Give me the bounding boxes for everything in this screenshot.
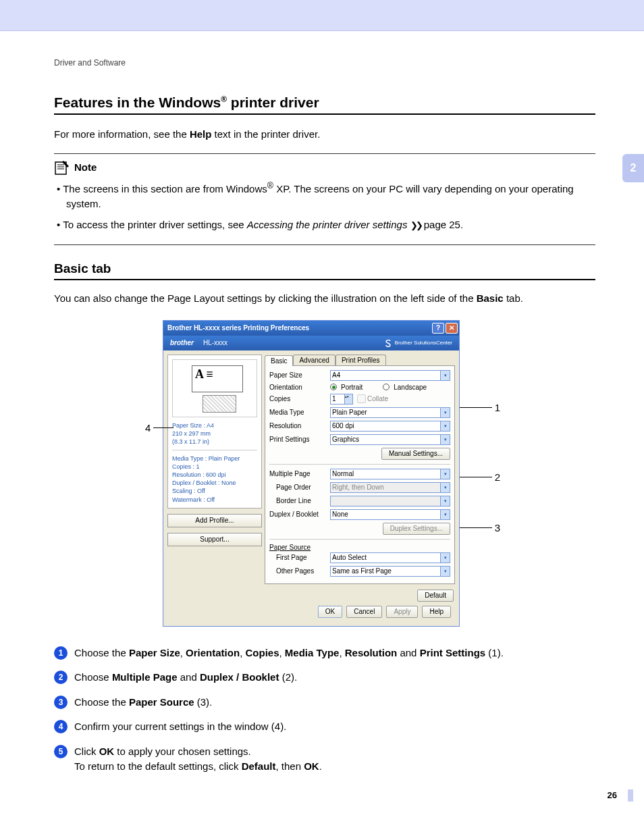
subsection-intro: You can also change the Page Layout sett… [54, 291, 595, 307]
subsection-heading: Basic tab [54, 261, 595, 280]
tab-strip: Basic Advanced Print Profiles [265, 355, 455, 365]
step-5: Click OK to apply your chosen settings.T… [74, 744, 322, 775]
chevron-down-icon: ▾ [440, 421, 450, 431]
label-page-order: Page Order [269, 484, 330, 491]
step-3: Choose the Paper Source (3). [74, 695, 212, 710]
radio-landscape-label: Landscape [394, 384, 427, 391]
step-bullet-1: 1 [54, 646, 68, 660]
duplex-settings-button[interactable]: Duplex Settings... [383, 523, 450, 535]
chevron-down-icon: ▾ [440, 371, 450, 380]
page-content: Driver and Software Features in the Wind… [0, 31, 644, 811]
top-band [0, 0, 644, 31]
ok-button[interactable]: OK [318, 606, 342, 618]
close-button[interactable]: ✕ [446, 323, 458, 334]
summary-copies: Copies : 1 [172, 463, 257, 471]
preview-illustration[interactable]: A ≡ [172, 359, 257, 417]
page-number: 26 [608, 790, 617, 800]
summary-scaling: Scaling : Off [172, 487, 257, 495]
chevron-right-icon: ❯❯ [410, 220, 421, 230]
summary-watermark: Watermark : Off [172, 496, 257, 504]
callout-3: 3 [495, 522, 500, 533]
add-profile-button[interactable]: Add Profile... [167, 514, 262, 527]
brand-bar: brother HL-xxxx Brother SolutionsCenter [163, 336, 459, 350]
note-icon [54, 159, 70, 176]
default-button[interactable]: Default [417, 590, 454, 602]
chevron-down-icon: ▾ [440, 483, 450, 492]
select-print-settings[interactable]: Graphics▾ [330, 434, 450, 445]
dialog-container: 4 1 2 3 Brother HL-xxxx series Printing … [163, 320, 487, 627]
model-name: HL-xxxx [203, 339, 227, 346]
label-paper-size: Paper Size [269, 371, 330, 379]
summary-media: Media Type : Plain Paper [172, 454, 257, 463]
titlebar: Brother HL-xxxx series Printing Preferen… [163, 321, 459, 336]
chevron-down-icon: ▾ [440, 496, 450, 506]
chevron-down-icon: ▾ [440, 510, 450, 519]
note-label: Note [74, 161, 97, 173]
label-paper-source: Paper Source [269, 544, 450, 551]
summary-resolution: Resolution : 600 dpi [172, 471, 257, 479]
note-item-2: To access the printer driver settings, s… [66, 217, 595, 233]
tab-body-basic: Paper Size A4▾ Orientation Portrait Land… [265, 365, 455, 584]
label-first-page: First Page [269, 554, 330, 561]
select-first-page[interactable]: Auto Select▾ [330, 552, 450, 563]
intro-paragraph: For more information, see the Help text … [54, 127, 595, 142]
help-button[interactable]: ? [432, 323, 444, 334]
summary-duplex: Duplex / Booklet : None [172, 479, 257, 487]
select-other-pages[interactable]: Same as First Page▾ [330, 566, 450, 577]
copies-input[interactable] [330, 394, 345, 405]
select-media-type[interactable]: Plain Paper▾ [330, 407, 450, 418]
summary-dim-in: (8.3 x 11.7 in) [172, 438, 257, 446]
note-item-1: The screens in this section are from Win… [66, 180, 595, 212]
step-4: Confirm your current settings in the win… [74, 719, 286, 735]
tab-advanced[interactable]: Advanced [293, 355, 335, 365]
s-icon [384, 339, 392, 347]
chevron-down-icon: ▾ [440, 408, 450, 417]
step-list: 1Choose the Paper Size, Orientation, Cop… [54, 646, 595, 775]
step-2: Choose Multiple Page and Duplex / Bookle… [74, 670, 297, 685]
titlebar-text: Brother HL-xxxx series Printing Preferen… [167, 324, 431, 332]
select-multiple-page[interactable]: Normal▾ [330, 469, 450, 479]
apply-button[interactable]: Apply [386, 606, 418, 618]
spinner-updown-icon[interactable]: ▴▾ [345, 394, 353, 405]
tab-basic[interactable]: Basic [265, 355, 293, 366]
label-resolution: Resolution [269, 422, 330, 429]
collate-label: Collate [367, 395, 388, 402]
chevron-down-icon: ▾ [440, 553, 450, 563]
breadcrumb: Driver and Software [54, 58, 595, 68]
label-border-line: Border Line [269, 497, 330, 504]
chapter-tab: 2 [622, 154, 644, 182]
summary-paper-size: Paper Size : A4 [172, 421, 257, 429]
collate-checkbox[interactable] [357, 394, 366, 403]
select-resolution[interactable]: 600 dpi▾ [330, 421, 450, 432]
label-multiple-page: Multiple Page [269, 470, 330, 477]
step-bullet-2: 2 [54, 671, 68, 684]
tab-print-profiles[interactable]: Print Profiles [336, 355, 386, 365]
chevron-down-icon: ▾ [440, 469, 450, 479]
callout-4: 4 [145, 422, 151, 434]
summary-dim-mm: 210 x 297 mm [172, 429, 257, 438]
help-button-bottom[interactable]: Help [422, 606, 451, 618]
copies-spinner[interactable]: ▴▾ [330, 394, 353, 405]
radio-landscape[interactable] [383, 384, 390, 390]
select-duplex-booklet[interactable]: None▾ [330, 509, 450, 520]
label-other-pages: Other Pages [269, 567, 330, 575]
preview-panel: A ≡ Paper Size : A4 210 x 297 mm (8.3 x … [167, 355, 262, 509]
label-media-type: Media Type [269, 409, 330, 416]
label-print-settings: Print Settings [269, 436, 330, 443]
radio-portrait[interactable] [330, 384, 337, 390]
callout-2: 2 [495, 471, 500, 483]
select-paper-size[interactable]: A4▾ [330, 370, 450, 381]
label-duplex-booklet: Duplex / Booklet [269, 511, 330, 518]
cancel-button[interactable]: Cancel [346, 606, 382, 618]
step-bullet-3: 3 [54, 696, 68, 709]
chevron-down-icon: ▾ [440, 567, 450, 576]
manual-settings-button[interactable]: Manual Settings... [381, 448, 450, 460]
callout-1: 1 [495, 402, 500, 413]
solutions-center-link[interactable]: Brother SolutionsCenter [384, 339, 452, 347]
select-page-order: Right, then Down▾ [330, 482, 450, 493]
select-border-line: ▾ [330, 496, 450, 506]
step-bullet-4: 4 [54, 720, 68, 733]
support-button[interactable]: Support... [167, 533, 262, 546]
page-number-bar [628, 789, 633, 802]
print-preferences-dialog: Brother HL-xxxx series Printing Preferen… [163, 320, 460, 627]
